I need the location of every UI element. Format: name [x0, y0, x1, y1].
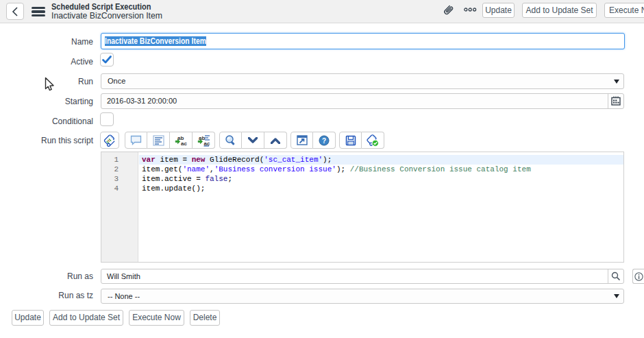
svg-text:?: ? — [322, 136, 326, 144]
svg-text:ac: ac — [181, 140, 187, 146]
svg-text:ac: ac — [203, 140, 210, 146]
